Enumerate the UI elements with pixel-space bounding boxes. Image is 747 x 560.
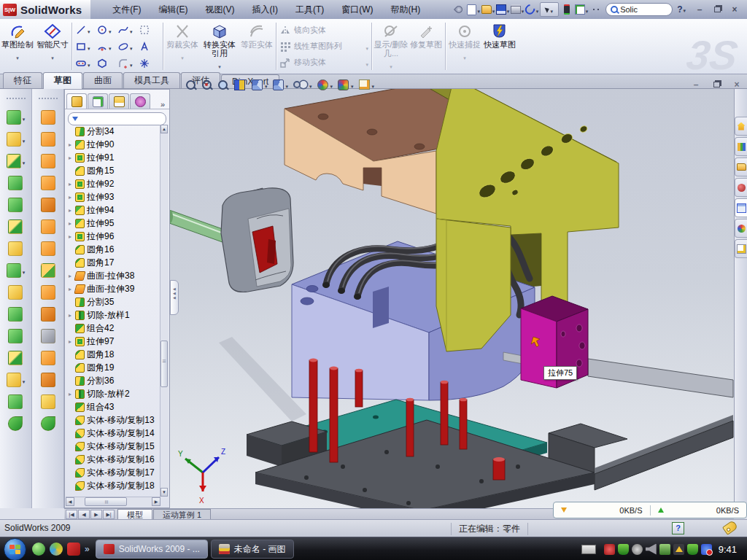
view-tool-button[interactable] xyxy=(234,79,247,90)
toolbar-button[interactable] xyxy=(8,351,23,365)
dropdown-caret-icon[interactable] xyxy=(264,78,268,91)
tray-icon[interactable] xyxy=(701,544,712,555)
expand-arrow-icon[interactable]: ▸ xyxy=(67,141,73,148)
tree-item[interactable]: 实体-移动/复制18 xyxy=(67,479,160,492)
repair-sketch-button[interactable]: 修复草图 xyxy=(409,20,444,72)
task-pane-tab[interactable] xyxy=(735,178,747,197)
tray-icon[interactable] xyxy=(632,544,643,555)
dropdown-caret-icon[interactable] xyxy=(218,58,221,71)
toolbar-button[interactable] xyxy=(540,2,559,17)
quick-launch-icon[interactable] xyxy=(32,542,45,556)
scrollbar-thumb[interactable] xyxy=(85,497,127,506)
quick-snaps-button[interactable]: 快速捕捉 xyxy=(447,20,482,72)
view-tool-button[interactable] xyxy=(202,80,213,90)
toolbar-button[interactable] xyxy=(560,3,573,16)
menu-item[interactable]: 插入(I) xyxy=(244,1,287,19)
search-box[interactable]: Solic xyxy=(605,3,673,16)
toolbar-button[interactable] xyxy=(7,154,26,168)
toolbar-button[interactable] xyxy=(8,241,23,256)
toolbar-button[interactable] xyxy=(8,198,23,212)
tree-item[interactable]: 实体-移动/复制15 xyxy=(67,440,160,453)
display-delete-relations-button[interactable]: 显示/删除几... xyxy=(374,20,409,72)
last-tab-button[interactable]: ▶| xyxy=(103,510,115,519)
toolbar-button[interactable] xyxy=(8,329,23,343)
dropdown-caret-icon[interactable] xyxy=(492,3,495,16)
view-tool-button[interactable] xyxy=(317,78,333,91)
menu-item[interactable]: 文件(F) xyxy=(104,1,150,19)
tree-item[interactable]: ▸ 拉伸90 xyxy=(67,138,160,151)
tree-item[interactable]: 分割34 xyxy=(67,125,160,138)
dropdown-caret-icon[interactable] xyxy=(330,78,333,91)
tree-item[interactable]: ▸ 拉伸94 xyxy=(67,203,160,217)
slot-tool[interactable] xyxy=(75,55,96,71)
toolbar-button[interactable] xyxy=(496,3,509,16)
view-tool-button[interactable] xyxy=(273,78,289,91)
line-tool[interactable] xyxy=(75,21,96,38)
scroll-down-icon[interactable] xyxy=(160,488,168,497)
box-select-tool[interactable] xyxy=(139,21,160,38)
clock[interactable]: 9:41 xyxy=(716,544,741,555)
toolbar-button[interactable] xyxy=(8,219,23,234)
toolbar-button[interactable] xyxy=(575,3,588,16)
help-button[interactable]: ? xyxy=(676,4,687,15)
toolbar-button[interactable] xyxy=(481,3,495,16)
sketch-button[interactable]: 草图绘制 xyxy=(0,20,35,72)
tree-item[interactable]: 圆角17 xyxy=(67,256,160,269)
tree-item[interactable]: ▸ 曲面-拉伸38 xyxy=(67,269,160,282)
task-pane-tab[interactable] xyxy=(735,198,747,217)
toolbar-button[interactable] xyxy=(7,110,26,125)
expand-arrow-icon[interactable]: ▸ xyxy=(67,338,73,345)
task-pane-tab[interactable] xyxy=(735,158,747,176)
arc-tool[interactable] xyxy=(96,38,117,55)
task-pane-tab[interactable] xyxy=(735,137,747,156)
dropdown-caret-icon[interactable] xyxy=(476,3,480,16)
linear-sketch-pattern-button[interactable]: 线性草图阵列 xyxy=(279,39,368,54)
scroll-left-icon[interactable] xyxy=(66,497,74,506)
keyboard-layout-icon[interactable] xyxy=(581,545,596,554)
tray-icon[interactable] xyxy=(646,544,657,555)
task-pane-tab[interactable] xyxy=(735,117,747,136)
move-entities-button[interactable]: 移动实体 xyxy=(279,55,368,70)
smart-dimension-button[interactable]: 智能尺寸 xyxy=(35,20,70,72)
toolbar-button[interactable] xyxy=(8,394,23,409)
dropdown-caret-icon[interactable] xyxy=(22,155,26,168)
toolbar-button[interactable] xyxy=(511,3,524,16)
rapid-sketch-button[interactable]: 快速草图 xyxy=(482,20,517,72)
minimize-button[interactable]: – xyxy=(693,4,706,15)
toolbar-button[interactable] xyxy=(41,241,55,256)
task-pane-tab[interactable] xyxy=(735,239,747,258)
toolbar-button[interactable] xyxy=(467,3,480,16)
scroll-right-icon[interactable] xyxy=(152,497,160,506)
taskbar-window-button[interactable]: SolidWorks 2009 - ... xyxy=(96,540,208,559)
toolbar-button[interactable] xyxy=(589,3,603,16)
toolbar-button[interactable] xyxy=(41,132,55,147)
tree-item[interactable]: ▸ 曲面-拉伸39 xyxy=(67,282,160,295)
tree-horizontal-scrollbar[interactable] xyxy=(66,497,160,507)
tree-item[interactable]: ▸ 拉伸93 xyxy=(67,190,160,203)
ribbon-tab[interactable]: 特征 xyxy=(3,72,42,88)
mirror-entities-button[interactable]: 镜向实体 xyxy=(279,23,368,38)
offset-entities-button[interactable]: 等距实体 xyxy=(239,20,274,72)
tag-icon[interactable] xyxy=(722,520,738,535)
toolbar-button[interactable] xyxy=(41,198,55,212)
menu-item[interactable]: 视图(V) xyxy=(197,1,244,19)
toolbar-button[interactable] xyxy=(41,373,55,387)
tree-item[interactable]: ▸ 拉伸92 xyxy=(67,177,160,190)
ribbon-tab[interactable]: 曲面 xyxy=(83,72,123,88)
tree-item[interactable]: 分割36 xyxy=(67,374,160,387)
circle-tool[interactable] xyxy=(96,21,117,38)
point-tool[interactable] xyxy=(139,55,160,71)
dropdown-caret-icon[interactable] xyxy=(22,111,26,124)
panel-tab[interactable] xyxy=(109,93,129,109)
expand-arrow-icon[interactable]: ▸ xyxy=(67,155,73,161)
tree-item[interactable]: 组合42 xyxy=(67,322,160,335)
toolbar-button[interactable] xyxy=(7,373,26,387)
dropdown-caret-icon[interactable] xyxy=(16,50,19,63)
menu-item[interactable]: 帮助(H) xyxy=(382,1,430,19)
expand-arrow-icon[interactable]: ▸ xyxy=(67,312,73,319)
dropdown-caret-icon[interactable] xyxy=(285,78,289,91)
toolbar-button[interactable] xyxy=(41,351,55,365)
ellipse-tool[interactable] xyxy=(117,38,139,55)
text-tool[interactable] xyxy=(139,38,160,55)
toolbar-button[interactable] xyxy=(8,285,23,300)
